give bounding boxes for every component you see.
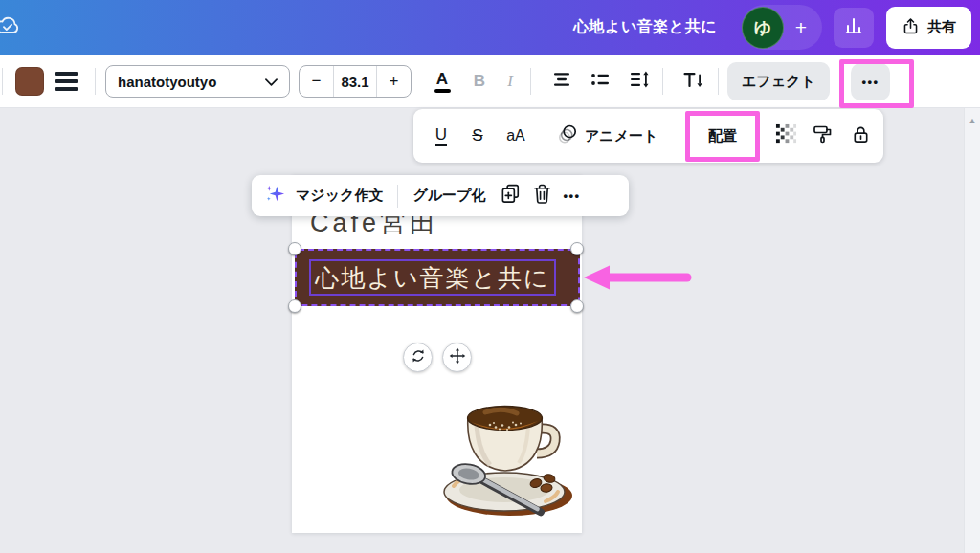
rotate-handle[interactable]: [403, 343, 433, 372]
analytics-button[interactable]: [834, 8, 874, 48]
bullet-list-icon: [590, 71, 610, 92]
text-case-button[interactable]: aA: [498, 109, 534, 163]
copy-style-button[interactable]: [806, 109, 840, 163]
selected-text-frame: 心地よい音楽と共に: [309, 259, 556, 296]
element-context-menu: マジック作文 グループ化 •••: [252, 175, 629, 216]
delete-button[interactable]: [532, 183, 552, 209]
context-more-button[interactable]: •••: [563, 188, 580, 203]
strikethrough-button[interactable]: S: [461, 109, 494, 163]
animate-button[interactable]: アニメート: [557, 109, 657, 163]
text-color-bar: [434, 89, 451, 93]
canvas-scrollbar[interactable]: ▲: [964, 108, 980, 553]
selected-text-element[interactable]: 心地よい音楽と共に: [295, 249, 580, 306]
coffee-cup-illustration[interactable]: [433, 387, 578, 522]
selection-handle-bottom-left[interactable]: [288, 299, 301, 313]
overflow-toolbar: U S aA アニメート 配置: [413, 109, 883, 163]
avatar[interactable]: ゆ: [742, 7, 784, 49]
text-case-label: aA: [506, 127, 525, 144]
selection-handle-top-left[interactable]: [288, 242, 301, 255]
line-spacing-button[interactable]: [620, 55, 658, 108]
font-size-stepper: − 83.1 +: [299, 65, 412, 98]
animate-label: アニメート: [585, 127, 657, 145]
toolbar-divider: [95, 68, 96, 95]
bullet-list-button[interactable]: [582, 55, 618, 108]
magic-write-button[interactable]: マジック作文: [296, 187, 383, 205]
text-toolbar: hanatotyoutyo − 83.1 + A B I: [0, 55, 980, 108]
toolbar-divider: [546, 123, 546, 148]
chevron-down-icon: [265, 73, 278, 90]
selection-handle-bottom-right[interactable]: [570, 299, 584, 313]
font-family-select[interactable]: hanatotyoutyo: [105, 65, 290, 98]
move-handle[interactable]: [442, 343, 472, 372]
underline-label: U: [435, 125, 447, 146]
annotation-arrow: [580, 263, 693, 292]
italic-button[interactable]: I: [496, 55, 524, 108]
group-button[interactable]: グループ化: [412, 187, 485, 205]
text-color-letter: A: [436, 71, 448, 87]
menu-divider: [397, 185, 398, 208]
font-size-decrease-button[interactable]: −: [300, 66, 333, 97]
trash-icon: [532, 191, 552, 208]
selected-text: 心地よい音楽と共に: [315, 262, 549, 294]
add-member-button[interactable]: +: [784, 7, 818, 49]
font-size-increase-button[interactable]: +: [377, 66, 411, 97]
lock-icon: [851, 124, 871, 148]
animate-circles-icon: [557, 123, 578, 148]
toolbar-divider: [662, 68, 663, 95]
account-pill: ゆ +: [742, 5, 822, 50]
top-bar: 心地よい音楽と共に ゆ + 共有: [0, 0, 980, 55]
upload-share-icon: [902, 17, 920, 38]
font-size-value[interactable]: 83.1: [333, 66, 377, 97]
rotate-icon: [410, 347, 427, 368]
move-icon: [449, 347, 466, 368]
underline-button[interactable]: U: [425, 109, 457, 163]
share-button-label: 共有: [927, 18, 956, 36]
sparkle-icon: [265, 184, 285, 208]
vertical-text-button[interactable]: [672, 55, 714, 108]
lock-button[interactable]: [844, 109, 877, 163]
text-styles-icon[interactable]: [55, 67, 83, 96]
text-align-center-icon: [552, 70, 571, 93]
position-label: 配置: [708, 127, 737, 145]
document-title[interactable]: 心地よい音楽と共に: [573, 17, 717, 37]
text-align-button[interactable]: [544, 55, 580, 108]
duplicate-icon: [500, 191, 522, 208]
paint-roller-icon: [813, 123, 834, 148]
fill-color-swatch[interactable]: [15, 67, 44, 96]
position-button[interactable]: 配置: [686, 113, 759, 159]
checkerboard-transparency-icon: [775, 123, 797, 149]
bar-chart-icon: [843, 15, 864, 40]
toolbar-divider: [718, 68, 719, 95]
line-spacing-icon: [629, 70, 650, 93]
cloud-check-icon: [0, 13, 22, 38]
vertical-text-icon: [681, 70, 704, 93]
effects-button[interactable]: エフェクト: [727, 62, 830, 100]
design-page[interactable]: Café宮田 心地よい音楽と共に: [292, 175, 582, 533]
transparency-button[interactable]: [769, 109, 802, 163]
scrollbar-up-arrow[interactable]: ▲: [965, 116, 980, 125]
font-family-value: hanatotyoutyo: [118, 74, 257, 90]
strikethrough-label: S: [472, 126, 482, 145]
selection-handle-top-right[interactable]: [570, 242, 584, 255]
bold-button[interactable]: B: [463, 55, 496, 108]
toolbar-divider: [530, 68, 531, 95]
canva-editor: 心地よい音楽と共に ゆ + 共有: [0, 0, 980, 553]
toolbar-more-button[interactable]: •••: [851, 63, 890, 100]
share-button[interactable]: 共有: [886, 7, 971, 49]
text-color-button[interactable]: A: [425, 64, 459, 99]
duplicate-button[interactable]: [500, 183, 522, 209]
toolbar-divider: [2, 68, 3, 95]
